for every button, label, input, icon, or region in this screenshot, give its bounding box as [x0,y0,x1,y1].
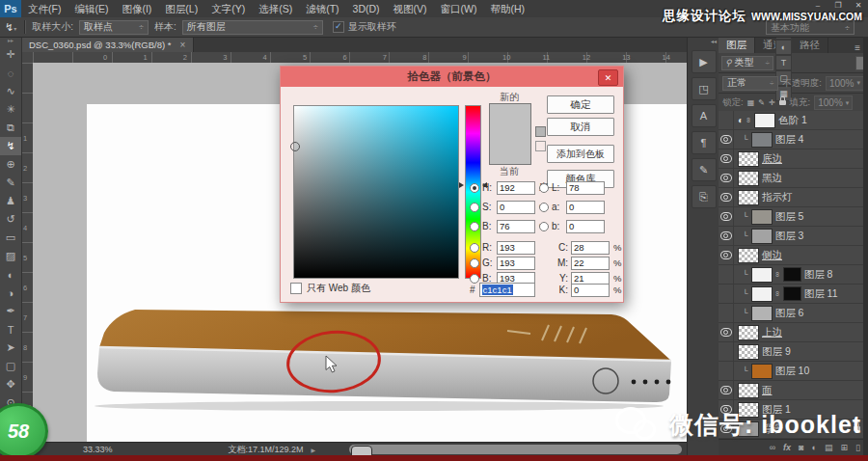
field-input[interactable]: 0 [566,201,605,214]
adjustments-panel[interactable]: ◳ [692,77,717,100]
visibility-toggle[interactable] [719,265,734,284]
filter-type-layers[interactable]: T [775,55,792,70]
field-input[interactable]: 22 [571,257,610,270]
visibility-toggle[interactable] [719,227,734,245]
menu-文件(F)[interactable]: 文件(F) [21,0,68,17]
web-safe-swatch-icon[interactable] [535,141,546,151]
visibility-toggle[interactable] [719,130,734,149]
show-ring-checkbox[interactable]: ✓ 显示取样环 [333,20,396,34]
hex-input[interactable]: c1c1c1 [479,283,535,297]
clone-source-panel[interactable]: ⎘ [692,185,717,208]
layer-row[interactable]: 面 [719,381,868,400]
new-group[interactable]: ▤ [825,443,833,452]
radio-B[interactable] [470,222,479,231]
document-tab[interactable]: DSC_0360.psd @ 33.3%(RGB/8) * × [21,37,194,52]
menu-3D(D)[interactable]: 3D(D) [346,0,387,17]
dodge-tool[interactable]: ◑ [0,284,21,302]
link-layers[interactable]: ∞ [770,443,775,452]
layer-row[interactable]: 图层 9 [719,342,868,362]
dialog-close-button[interactable]: ✕ [598,69,618,86]
layer-row[interactable]: └∞图层 11 [719,285,868,304]
visibility-toggle[interactable] [719,285,734,303]
menu-编辑(E)[interactable]: 编辑(E) [68,0,115,17]
crop-tool[interactable]: ⧉ [0,119,21,137]
visibility-toggle[interactable] [719,188,734,206]
ok-button[interactable]: 确定 [547,95,614,114]
eyedropper-icon[interactable]: ↯▾ [5,21,16,34]
hand-tool[interactable]: ✥ [0,375,21,393]
move-tool[interactable]: ✛ [0,45,21,64]
tab-close-icon[interactable]: × [179,40,185,50]
eyedropper-tool[interactable]: ↯ [0,137,21,155]
brush-panel[interactable]: ✎ [692,158,717,181]
close-button[interactable]: ✕ [852,0,865,12]
visibility-toggle[interactable] [719,323,734,341]
visibility-toggle[interactable] [719,246,734,264]
lock-position-icon[interactable]: ✛ [769,98,775,107]
layer-row[interactable]: 上边 [719,323,868,342]
type-tool[interactable]: T [0,320,21,339]
sample-dropdown[interactable]: 所有图层÷ [182,20,323,35]
menu-视图(V)[interactable]: 视图(V) [387,0,434,17]
menu-滤镜(T)[interactable]: 滤镜(T) [299,0,345,17]
visibility-toggle[interactable] [719,381,734,399]
field-input[interactable]: 0 [571,284,610,297]
clone-stamp-tool[interactable]: ♟ [0,192,21,210]
visibility-toggle[interactable] [719,111,734,129]
shape-tool[interactable]: ▢ [0,357,21,375]
paragraph-panel[interactable]: ¶ [692,131,717,154]
field-input[interactable]: 0 [497,201,535,214]
layer-row[interactable]: 指示灯 [719,188,868,207]
blend-mode-dropdown[interactable]: 正常÷ [722,76,778,91]
filter-type-dropdown[interactable]: ⚲ 类型 ÷ [721,56,773,70]
lock-pixels-icon[interactable]: ✎ [758,98,765,107]
lock-transparency-icon[interactable]: ▦ [747,98,755,107]
menu-图像(I)[interactable]: 图像(I) [115,0,158,17]
layer-row[interactable]: └图层 3 [719,227,868,246]
color-field-marker[interactable] [290,142,300,151]
field-input[interactable]: 192 [497,181,535,195]
radio-G[interactable] [470,258,479,268]
radio-R[interactable] [470,243,479,253]
lasso-tool[interactable]: ∿ [0,82,21,100]
horizontal-scrollbar[interactable] [349,445,682,454]
layer-row[interactable]: 侧边 [719,246,868,265]
radio-L[interactable] [539,183,549,193]
field-input[interactable]: 76 [497,220,535,233]
path-select-tool[interactable]: ➤ [0,339,21,357]
menu-选择(S)[interactable]: 选择(S) [252,0,299,17]
actions-panel[interactable]: ▶ [692,50,717,73]
visibility-toggle[interactable] [719,207,734,226]
menu-窗口(W)[interactable]: 窗口(W) [434,0,484,17]
delete-layer[interactable]: ▯ [855,443,860,452]
tab-路径[interactable]: 路径 [792,37,828,53]
opacity-field[interactable]: 100%▾ [826,76,864,91]
layer-row[interactable]: └图层 6 [719,304,868,323]
layer-row[interactable]: └图层 4 [719,130,868,149]
add-to-swatches-button[interactable]: 添加到色板 [547,145,614,163]
healing-brush-tool[interactable]: ⊕ [0,155,21,174]
new-adjustment-layer[interactable]: ◐ [812,443,817,452]
menu-帮助(H)[interactable]: 帮助(H) [484,0,532,17]
layer-row[interactable]: ◐∞色阶 1 [719,111,868,130]
fill-field[interactable]: 100%▾ [814,95,853,110]
brush-tool[interactable]: ✎ [0,174,21,192]
visibility-toggle[interactable] [719,169,734,187]
radio-b[interactable] [539,222,549,231]
restore-button[interactable]: ❐ [831,0,845,12]
field-input[interactable]: 78 [566,181,605,195]
pen-tool[interactable]: ✒ [0,302,21,320]
field-input[interactable]: 28 [571,241,610,255]
eraser-tool[interactable]: ▭ [0,229,21,247]
new-layer[interactable]: ⊞ [841,443,849,452]
layer-row[interactable]: └∞图层 8 [719,265,868,285]
radio-H[interactable] [470,183,479,193]
add-layer-mask[interactable]: ◙ [799,443,803,452]
tab-图层[interactable]: 图层 [719,37,755,53]
toolbar-collapse-icon[interactable]: ▸▸ [0,37,21,45]
field-input[interactable]: 193 [497,257,535,270]
dialog-title[interactable]: 拾色器（前景色） [281,67,623,87]
zoom-level-field[interactable]: 33.33% [83,445,113,454]
character-panel[interactable]: A [692,104,717,127]
layer-styles[interactable]: fx [783,443,791,452]
